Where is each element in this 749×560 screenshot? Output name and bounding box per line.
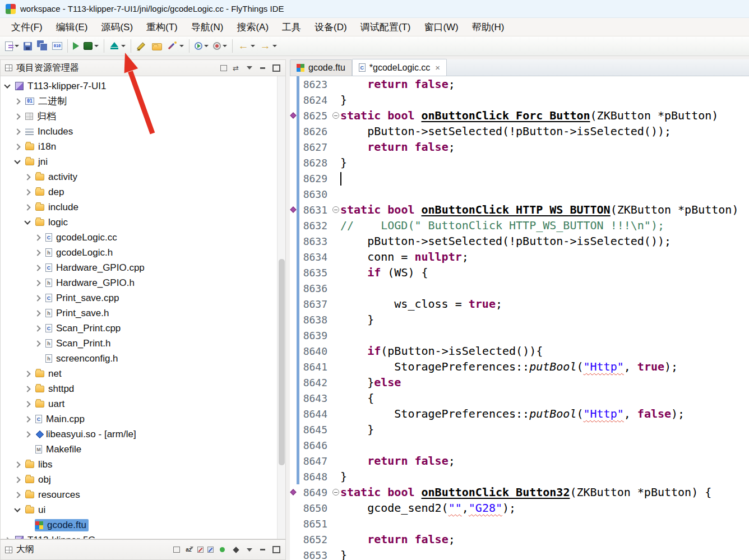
chevron-collapsed-icon[interactable]: [34, 325, 40, 331]
tree-item[interactable]: Includes: [1, 124, 285, 139]
code-line[interactable]: 8639: [290, 327, 749, 343]
chevron-collapsed-icon[interactable]: [14, 98, 20, 104]
tree-item[interactable]: dep: [1, 184, 285, 200]
code-line[interactable]: 8633 pButton->setSelected(!pButton->isSe…: [290, 233, 749, 249]
panel-splitter[interactable]: [286, 59, 290, 560]
tree-item[interactable]: 二进制: [1, 94, 285, 109]
dropdown-arrow-icon[interactable]: [223, 45, 227, 47]
tree-item[interactable]: T113-klipper-5G: [1, 533, 285, 539]
close-tab-icon[interactable]: [435, 63, 440, 72]
outline-maximize-icon[interactable]: [271, 545, 281, 554]
tree-item[interactable]: activity: [1, 169, 285, 184]
code-line[interactable]: 8649static bool onButtonClick_Button32(Z…: [290, 484, 749, 500]
menu-item-6[interactable]: 工具: [275, 19, 308, 35]
maximize-icon[interactable]: [271, 63, 281, 72]
code-line[interactable]: 8645 }: [290, 422, 749, 437]
tree-item[interactable]: gcode.ftu: [1, 517, 285, 533]
tree-item[interactable]: Main.cpp: [1, 411, 285, 427]
fold-gutter[interactable]: [331, 202, 340, 217]
code-line[interactable]: 8634 conn = nullptr;: [290, 249, 749, 265]
fold-gutter[interactable]: [331, 108, 340, 123]
edit-ui-button[interactable]: [134, 38, 150, 54]
code-line[interactable]: 8632// LOGD(" ButtonClick HTTP_WS_BUTTON…: [290, 217, 749, 233]
chevron-collapsed-icon[interactable]: [4, 537, 10, 539]
tree-item[interactable]: shttpd: [1, 381, 285, 396]
forward-button[interactable]: [257, 38, 279, 54]
chevron-collapsed-icon[interactable]: [34, 310, 40, 316]
chevron-collapsed-icon[interactable]: [34, 265, 40, 271]
tree-item[interactable]: Hardware_GPIO.h: [1, 275, 285, 290]
chevron-collapsed-icon[interactable]: [24, 416, 30, 422]
fold-collapse-icon[interactable]: [332, 112, 339, 119]
code-line[interactable]: 8646: [290, 437, 749, 453]
hide-non-public-icon[interactable]: [218, 545, 227, 554]
tree-item[interactable]: 归档: [1, 109, 285, 124]
chevron-expanded-icon[interactable]: [4, 82, 10, 88]
chevron-collapsed-icon[interactable]: [24, 401, 30, 407]
dropdown-arrow-icon[interactable]: [251, 45, 255, 47]
tree-item[interactable]: include: [1, 200, 285, 215]
tree-item[interactable]: Print_save.cpp: [1, 290, 285, 306]
chevron-collapsed-icon[interactable]: [24, 431, 30, 437]
tools-wizard-button[interactable]: [164, 38, 186, 54]
tree-item[interactable]: libs: [1, 457, 285, 472]
binary-view-button[interactable]: [50, 38, 64, 54]
minimize-icon[interactable]: [258, 63, 267, 72]
code-line[interactable]: 8630: [290, 186, 749, 202]
menu-item-7[interactable]: 设备(D): [308, 19, 354, 35]
build-button[interactable]: [81, 38, 101, 54]
code-line[interactable]: 8628}: [290, 155, 749, 170]
tree-item[interactable]: Scan_Print.h: [1, 336, 285, 351]
debug-tool-b-button[interactable]: [211, 38, 229, 54]
code-line[interactable]: 8653}: [290, 547, 749, 560]
chevron-collapsed-icon[interactable]: [34, 295, 40, 301]
tree-item[interactable]: screenconfig.h: [1, 351, 285, 366]
dropdown-arrow-icon[interactable]: [272, 45, 277, 47]
download-to-device-button[interactable]: [107, 38, 128, 54]
code-line[interactable]: 8644 StoragePreferences::putBool("Http",…: [290, 406, 749, 422]
save-button[interactable]: [21, 38, 34, 54]
tree-item[interactable]: libeasyui.so - [arm/le]: [1, 427, 285, 442]
chevron-collapsed-icon[interactable]: [34, 280, 40, 286]
menu-item-3[interactable]: 重构(T): [140, 19, 184, 35]
dropdown-arrow-icon[interactable]: [15, 45, 19, 47]
chevron-collapsed-icon[interactable]: [24, 204, 30, 210]
dropdown-arrow-icon[interactable]: [204, 45, 209, 47]
chevron-collapsed-icon[interactable]: [24, 386, 30, 392]
menu-item-5[interactable]: 搜索(A): [230, 19, 275, 35]
chevron-collapsed-icon[interactable]: [14, 128, 20, 135]
menu-item-10[interactable]: 帮助(H): [465, 19, 511, 35]
chevron-collapsed-icon[interactable]: [14, 461, 20, 468]
tree-item[interactable]: net: [1, 366, 285, 381]
chevron-collapsed-icon[interactable]: [34, 340, 40, 346]
code-line[interactable]: 8650 gcode_send2("","G28");: [290, 500, 749, 516]
fold-collapse-icon[interactable]: [332, 206, 339, 213]
tree-item[interactable]: gcodeLogic.cc: [1, 230, 285, 245]
dropdown-arrow-icon[interactable]: [94, 45, 99, 47]
tree-item[interactable]: Scan_Print.cpp: [1, 321, 285, 336]
tree-item[interactable]: gcodeLogic.h: [1, 245, 285, 260]
tree-scrollbar[interactable]: [277, 76, 285, 539]
code-line[interactable]: 8643 {: [290, 390, 749, 406]
back-button[interactable]: [235, 38, 257, 54]
code-line[interactable]: 8635 if (WS) {: [290, 265, 749, 280]
code-line[interactable]: 8647 return false;: [290, 453, 749, 469]
chevron-collapsed-icon[interactable]: [14, 492, 20, 498]
code-line[interactable]: 8626 pButton->setSelected(!pButton->isSe…: [290, 123, 749, 139]
code-line[interactable]: 8637 ws_closs = true;: [290, 296, 749, 312]
outline-view-menu-icon[interactable]: [244, 545, 254, 554]
run-button[interactable]: [71, 38, 81, 54]
tree-item[interactable]: T113-klipper-7-UI1: [1, 78, 285, 94]
code-line[interactable]: 8651: [290, 516, 749, 531]
menu-item-0[interactable]: 文件(F): [4, 19, 49, 35]
code-line[interactable]: 8629: [290, 170, 749, 186]
fold-gutter[interactable]: [331, 484, 340, 500]
menu-item-4[interactable]: 导航(N): [184, 19, 230, 35]
save-all-button[interactable]: [34, 38, 50, 54]
outline-collapse-all-icon[interactable]: [173, 547, 180, 553]
chevron-expanded-icon[interactable]: [14, 506, 20, 512]
outline-minimize-icon[interactable]: [258, 545, 267, 554]
dropdown-arrow-icon[interactable]: [179, 45, 184, 47]
link-with-editor-icon[interactable]: [231, 63, 241, 72]
menu-item-9[interactable]: 窗口(W): [417, 19, 465, 35]
